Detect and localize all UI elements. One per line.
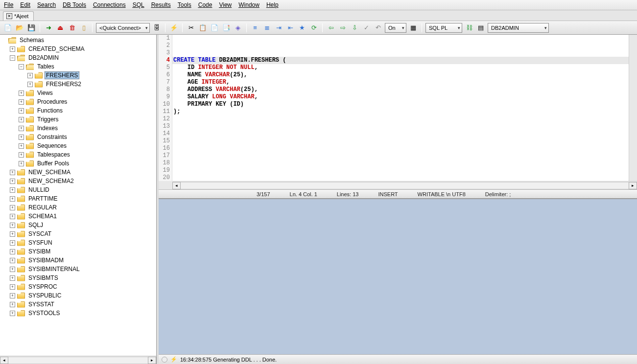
tree-node-regular[interactable]: +REGULAR — [1, 203, 155, 212]
collapse-icon[interactable]: − — [10, 55, 15, 61]
connect-icon[interactable]: ➜ — [44, 23, 53, 33]
tree-node-parttime[interactable]: +PARTTIME — [1, 194, 155, 203]
prev-icon[interactable]: ⇦ — [326, 23, 336, 33]
tree-node-triggers[interactable]: +Triggers — [1, 115, 155, 124]
execute-icon[interactable]: ⚡ — [169, 23, 179, 33]
tree-node-constraints[interactable]: +Constraints — [1, 133, 155, 141]
menu-window[interactable]: Window — [238, 1, 260, 8]
expand-icon[interactable]: + — [19, 135, 24, 140]
close-tab-icon[interactable]: ✕ — [6, 13, 12, 19]
editor-hscrollbar[interactable]: ◂ ▸ — [172, 181, 637, 189]
tree-node-sysproc[interactable]: +SYSPROC — [1, 282, 155, 291]
editor-scroll-right-icon[interactable]: ▸ — [629, 182, 637, 189]
tree-hscrollbar[interactable]: ◂ ▸ — [0, 356, 156, 364]
expand-icon[interactable]: + — [10, 214, 15, 219]
linebreak-dropdown[interactable]: On — [385, 23, 406, 33]
expand-icon[interactable]: + — [19, 152, 24, 158]
tree-node-freshers2[interactable]: +FRESHERS2 — [1, 80, 155, 89]
align-center-icon[interactable]: ≣ — [262, 23, 272, 33]
expand-icon[interactable]: + — [19, 108, 24, 114]
connect-server-icon[interactable]: 🗄 — [152, 23, 162, 33]
tree-node-sysfun[interactable]: +SYSFUN — [1, 238, 155, 247]
language-dropdown[interactable]: SQL PL — [425, 23, 462, 33]
align-left-icon[interactable]: ≡ — [250, 23, 260, 33]
menu-db-tools[interactable]: DB Tools — [63, 1, 86, 8]
tree-node-sysibm[interactable]: +SYSIBM — [1, 247, 155, 256]
disconnect-icon[interactable]: ⏏ — [55, 23, 65, 33]
table-icon[interactable]: ▦ — [408, 23, 418, 33]
expand-icon[interactable]: + — [10, 311, 15, 316]
menu-results[interactable]: Results — [151, 1, 171, 8]
tree-node-sqlj[interactable]: +SQLJ — [1, 221, 155, 229]
tree-node-tables[interactable]: −Tables — [1, 62, 155, 71]
expand-icon[interactable]: + — [10, 231, 15, 237]
next-icon[interactable]: ⇨ — [338, 23, 348, 33]
expand-icon[interactable]: + — [10, 293, 15, 298]
expand-icon[interactable]: + — [19, 161, 24, 166]
menu-connections[interactable]: Connections — [93, 1, 126, 8]
menu-code[interactable]: Code — [198, 1, 212, 8]
expand-icon[interactable]: + — [10, 258, 15, 263]
tree-node-created-schema[interactable]: +CREATED_SCHEMA — [1, 45, 155, 53]
menu-view[interactable]: View — [219, 1, 232, 8]
expand-icon[interactable]: + — [19, 117, 24, 122]
outdent-icon[interactable]: ⇤ — [285, 23, 295, 33]
check-icon[interactable]: ✓ — [361, 23, 371, 33]
tree-node-schema1[interactable]: +SCHEMA1 — [1, 212, 155, 221]
tree-node-freshers[interactable]: +FRESHERS — [1, 71, 155, 80]
tab-ajeet[interactable]: ✕ *Ajeet — [3, 11, 34, 21]
delete-icon[interactable]: 🗑 — [67, 23, 77, 33]
expand-icon[interactable]: + — [10, 170, 15, 175]
collapse-icon[interactable]: − — [19, 64, 24, 69]
quick-connect-dropdown[interactable]: <Quick Connect> — [96, 23, 150, 33]
schema-tree[interactable]: Schemas+CREATED_SCHEMA−DB2ADMIN−Tables+F… — [0, 35, 156, 356]
tree-node-procedures[interactable]: +Procedures — [1, 97, 155, 106]
tree-node-syscat[interactable]: +SYSCAT — [1, 229, 155, 238]
new-conn-icon[interactable]: ▯ — [79, 23, 89, 33]
expand-icon[interactable]: + — [19, 126, 24, 131]
paste2-icon[interactable]: 📑 — [221, 23, 231, 33]
down-icon[interactable]: ⇩ — [350, 23, 359, 33]
expand-icon[interactable]: + — [27, 82, 33, 87]
expand-icon[interactable]: + — [10, 302, 15, 307]
expand-icon[interactable]: + — [10, 275, 15, 281]
menu-edit[interactable]: Edit — [20, 1, 30, 8]
tree-node-new-schema[interactable]: +NEW_SCHEMA — [1, 168, 155, 177]
cut-icon[interactable]: ✂ — [186, 23, 196, 33]
new-file-icon[interactable]: 📄 — [3, 23, 13, 33]
favorite-icon[interactable]: ★ — [297, 23, 307, 33]
tree-node-new-schema2[interactable]: +NEW_SCHEMA2 — [1, 177, 155, 185]
refresh-icon[interactable]: ⟳ — [309, 23, 319, 33]
expand-icon[interactable]: + — [10, 179, 15, 184]
expand-icon[interactable]: + — [10, 187, 15, 193]
paste-icon[interactable]: 📄 — [210, 23, 219, 33]
indent-icon[interactable]: ⇥ — [274, 23, 283, 33]
save-icon[interactable]: 💾 — [26, 23, 36, 33]
tree-node-views[interactable]: +Views — [1, 89, 155, 97]
menu-help[interactable]: Help — [266, 1, 279, 8]
open-file-icon[interactable]: 📂 — [15, 23, 24, 33]
tree-node-functions[interactable]: +Functions — [1, 106, 155, 115]
scroll-left-icon[interactable]: ◂ — [0, 357, 8, 364]
menu-search[interactable]: Search — [37, 1, 56, 8]
tree-node-sysibmadm[interactable]: +SYSIBMADM — [1, 256, 155, 265]
tree-node-tablespaces[interactable]: +Tablespaces — [1, 150, 155, 159]
undo-icon[interactable]: ↶ — [373, 23, 383, 33]
expand-icon[interactable]: + — [10, 240, 15, 246]
expand-icon[interactable]: + — [27, 73, 33, 78]
editor-scroll-left-icon[interactable]: ◂ — [172, 182, 181, 189]
menu-file[interactable]: File — [4, 1, 13, 8]
expand-icon[interactable]: + — [10, 46, 15, 52]
tree-node-systools[interactable]: +SYSTOOLS — [1, 309, 155, 318]
tree-node-sysstat[interactable]: +SYSSTAT — [1, 300, 155, 309]
tree-node-sysibmts[interactable]: +SYSIBMTS — [1, 273, 155, 282]
expand-icon[interactable]: + — [10, 205, 15, 210]
link-icon[interactable]: ⛓ — [464, 23, 474, 33]
schema-dropdown[interactable]: DB2ADMIN — [488, 23, 549, 33]
tree-node-syspublic[interactable]: +SYSPUBLIC — [1, 291, 155, 300]
expand-icon[interactable]: + — [10, 267, 15, 272]
tree-node-indexes[interactable]: +Indexes — [1, 124, 155, 133]
tree-node-sequences[interactable]: +Sequences — [1, 141, 155, 150]
expand-icon[interactable]: + — [10, 284, 15, 290]
tree-node-db2admin[interactable]: −DB2ADMIN — [1, 53, 155, 62]
